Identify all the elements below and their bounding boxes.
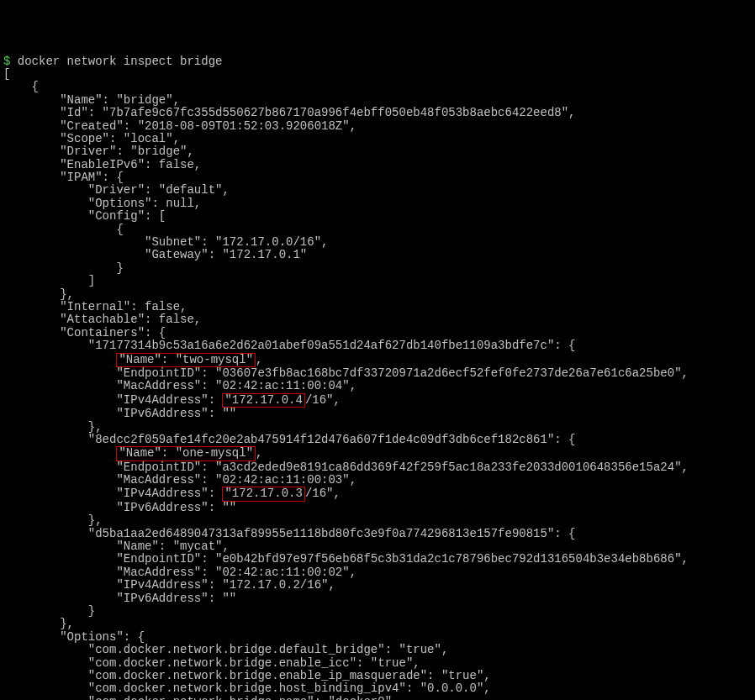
json-line: "Name": "mycat", <box>3 539 230 553</box>
json-line: "com.docker.network.bridge.host_binding_… <box>3 682 491 695</box>
json-line: "d5ba1aa2ed6489047313af89955e1118bd80fc3… <box>3 527 576 540</box>
json-line: "MacAddress": "02:42:ac:11:00:04", <box>3 379 356 392</box>
json-line: "Created": "2018-08-09T01:52:03.9206018Z… <box>3 119 356 133</box>
json-line: "Containers": { <box>3 326 166 339</box>
json-line: "Scope": "local", <box>3 132 180 145</box>
json-line: { <box>3 80 39 93</box>
json-line <box>3 446 116 460</box>
highlight-two-mysql-name: "Name": "two-mysql" <box>116 353 256 367</box>
json-line <box>3 353 116 366</box>
json-line: "Subnet": "172.17.0.0/16", <box>3 235 328 249</box>
json-line: "Options": null, <box>3 197 201 210</box>
json-line: "17177314b9c53a16a6e2d62a01abef09a551d24… <box>3 339 576 352</box>
json-line: , <box>256 353 262 366</box>
json-line: , <box>256 446 262 460</box>
json-line: { <box>3 223 124 236</box>
json-line: "Id": "7b7afe9c67fc355d550627b867170a996… <box>3 106 576 119</box>
json-line: "IPAM": { <box>3 171 124 184</box>
json-line: "EndpointID": "a3cd2eded9e8191ca86dd369f… <box>3 461 689 474</box>
shell-prompt: $ <box>3 55 10 68</box>
json-line: /16", <box>305 393 341 407</box>
json-line: "Gateway": "172.17.0.1" <box>3 248 307 261</box>
json-line: } <box>3 261 124 275</box>
json-line: }, <box>3 420 103 434</box>
json-line: "Options": { <box>3 630 145 644</box>
json-line: "EnableIPv6": false, <box>3 158 201 171</box>
json-line: "Driver": "bridge", <box>3 145 194 158</box>
json-line: "MacAddress": "02:42:ac:11:00:02", <box>3 566 356 579</box>
json-line: ] <box>3 274 95 287</box>
terminal-output: $ docker network inspect bridge [ { "Nam… <box>3 55 752 700</box>
json-line: "IPv6Address": "" <box>3 592 236 605</box>
json-line: "EndpointID": "e0b42bfd97e97f56eb68f5c3b… <box>3 552 689 566</box>
json-line: "Driver": "default", <box>3 183 230 197</box>
json-line: "com.docker.network.bridge.name": "docke… <box>3 695 399 700</box>
json-line: }, <box>3 287 74 301</box>
json-line: "Internal": false, <box>3 300 187 313</box>
json-line: "com.docker.network.bridge.enable_ip_mas… <box>3 669 491 682</box>
json-line: "EndpointID": "03607e3fb8ac168bc7df33720… <box>3 366 689 380</box>
json-line: "Name": "bridge", <box>3 93 180 107</box>
highlight-two-mysql-ip: "172.17.0.4 <box>222 393 304 408</box>
json-line: "IPv4Address": <box>3 487 222 500</box>
json-line: "IPv6Address": "" <box>3 501 236 514</box>
json-line: "MacAddress": "02:42:ac:11:00:03", <box>3 473 356 487</box>
json-line: }, <box>3 617 74 630</box>
json-line: "Config": [ <box>3 209 166 223</box>
command-text: docker network inspect bridge <box>18 55 223 68</box>
json-line: "IPv4Address": "172.17.0.2/16", <box>3 578 335 592</box>
json-line: }, <box>3 513 103 527</box>
highlight-one-mysql-ip: "172.17.0.3 <box>222 487 304 501</box>
json-line: "IPv4Address": <box>3 393 222 407</box>
json-line: "Attachable": false, <box>3 313 201 326</box>
json-line: [ <box>3 67 10 81</box>
json-line: /16", <box>305 487 341 500</box>
json-line: "IPv6Address": "" <box>3 407 236 420</box>
json-line: "8edcc2f059afe14fc20e2ab475914f12d476a60… <box>3 433 576 446</box>
highlight-one-mysql-name: "Name": "one-mysql" <box>116 446 256 461</box>
json-line: } <box>3 604 95 618</box>
json-line: "com.docker.network.bridge.default_bridg… <box>3 643 448 656</box>
json-line: "com.docker.network.bridge.enable_icc": … <box>3 656 420 670</box>
